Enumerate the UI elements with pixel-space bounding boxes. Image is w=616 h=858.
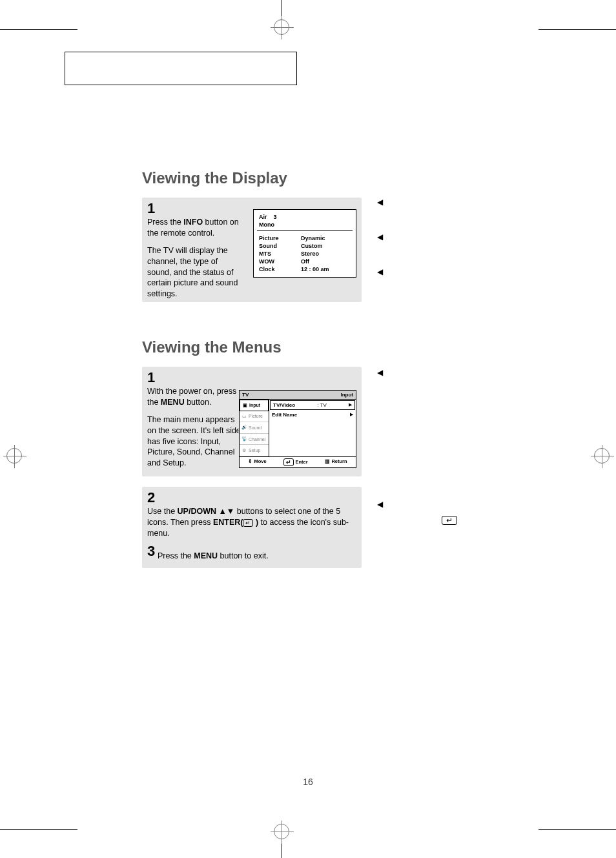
channel-icon: 📡 [241, 436, 247, 442]
updown-icon: ⇕ [248, 458, 252, 464]
step1-para1: Press the INFO button on the remote cont… [147, 217, 244, 239]
menu-step2-text: Use the UP/DOWN ▲▼ buttons to select one… [147, 506, 356, 539]
osd-menu-main: TV/Video : TV ▶ Edit Name ▶ [269, 400, 356, 456]
osd-info-panel: Air 3 Mono PictureDynamic SoundCustom MT… [253, 209, 356, 278]
triangle-left-icon: ◀ [377, 267, 487, 276]
input-icon: ▣ [241, 403, 248, 408]
triangle-left-icon: ◀ [377, 368, 487, 377]
enter-large-icon: ↵ [442, 514, 487, 526]
return-icon: ▥ [325, 458, 330, 464]
enter-icon: ↵ [243, 519, 253, 527]
sound-icon: 🔊 [241, 425, 247, 430]
registration-mark [274, 824, 289, 839]
step-number: 2 [147, 491, 356, 505]
sidebar-item-picture: ▭Picture [240, 411, 269, 423]
osd-info-header: Air 3 [259, 214, 351, 220]
step-block-menu-23: 2 Use the UP/DOWN ▲▼ buttons to select o… [142, 487, 362, 568]
remote-indicators-2: ◀ ◀ ↵ [377, 368, 487, 526]
setup-icon: ⚙ [241, 448, 247, 453]
registration-mark [594, 448, 610, 464]
step-number: 1 [147, 371, 356, 385]
registration-mark [274, 19, 289, 35]
triangle-left-icon: ◀ [377, 500, 487, 509]
step-block-1: 1 Press the INFO button on the remote co… [142, 198, 362, 302]
section-title-display: Viewing the Display [142, 169, 555, 187]
sidebar-item-setup: ⚙Setup [240, 445, 269, 456]
menu-step3-text: Press the MENU button to exit. [147, 551, 356, 562]
page-number: 16 [0, 777, 616, 787]
section-title-menus: Viewing the Menus [142, 338, 555, 356]
picture-icon: ▭ [241, 414, 247, 419]
step-block-menu-1: 1 With the power on, press the MENU butt… [142, 367, 362, 476]
menu-step1-para2: The main menu appears on the screen. It'… [147, 414, 244, 469]
sidebar-item-input: ▣Input [240, 400, 269, 411]
triangle-left-icon: ◀ [377, 232, 487, 241]
menu-step1-para1: With the power on, press the MENU button… [147, 386, 244, 408]
osd-menu-panel: TV Input ▣Input ▭Picture 🔊Sound 📡Channel… [239, 390, 356, 468]
sidebar-item-sound: 🔊Sound [240, 422, 269, 434]
triangle-right-icon: ▶ [349, 402, 352, 408]
triangle-left-icon: ◀ [377, 198, 487, 207]
header-box [65, 52, 297, 85]
osd-menu-sidebar: ▣Input ▭Picture 🔊Sound 📡Channel ⚙Setup [240, 400, 269, 456]
step1-para2: The TV will display the channel, the typ… [147, 245, 244, 300]
enter-icon: ↵ [283, 458, 294, 466]
remote-indicators: ◀ ◀ ◀ [377, 198, 487, 302]
registration-mark [6, 448, 22, 464]
sidebar-item-channel: 📡Channel [240, 434, 269, 445]
osd-info-table: PictureDynamic SoundCustom MTSStereo WOW… [259, 234, 351, 273]
triangle-right-icon: ▶ [350, 412, 353, 418]
